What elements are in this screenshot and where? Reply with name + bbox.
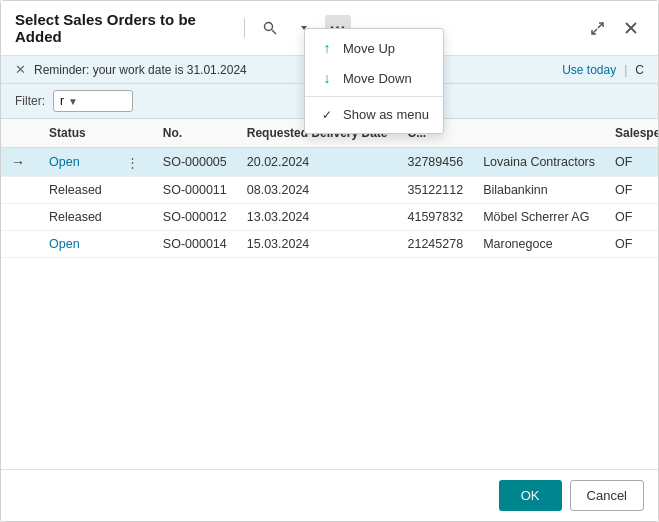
svg-point-0 [265,23,273,31]
table-row: Released SO-000012 13.03.2024 41597832 M… [1,204,658,231]
filter-chevron-icon: ▼ [68,96,78,107]
dialog: Select Sales Orders to be Added ··· ↑ Mo… [0,0,659,522]
status-text: Released [49,210,102,224]
cell-dots [112,231,153,258]
cell-arrow [1,177,39,204]
cell-name: Maronegoce [473,231,605,258]
cell-dots [112,177,153,204]
cell-name: Lovaina Contractors [473,148,605,177]
dialog-title: Select Sales Orders to be Added [15,11,232,45]
cell-no: SO-000012 [153,204,237,231]
check-icon: ✓ [319,108,335,122]
cell-dots [112,204,153,231]
filter-value: r [60,94,64,108]
col-status-header: Status [39,119,112,148]
move-up-item[interactable]: ↑ Move Up [305,33,443,63]
filter-dropdown[interactable]: r ▼ [53,90,133,112]
cell-name: Möbel Scherrer AG [473,204,605,231]
cell-customer-no: 35122112 [398,177,474,204]
cell-date: 08.03.2024 [237,177,398,204]
move-down-item[interactable]: ↓ Move Down [305,63,443,93]
table-area: Status No. Requested Delivery Date C... … [1,119,658,469]
cell-status: Released [39,177,112,204]
ok-button[interactable]: OK [499,480,562,511]
table-row: Released SO-000011 08.03.2024 35122112 B… [1,177,658,204]
use-today-link[interactable]: Use today [562,63,616,77]
cell-status: Open [39,148,112,177]
status-text: Released [49,183,102,197]
status-link[interactable]: Open [49,155,80,169]
cell-no: SO-000005 [153,148,237,177]
cell-arrow [1,231,39,258]
cell-status: Open [39,231,112,258]
cell-salesperson: OF [605,148,658,177]
cell-name: Bilabankinn [473,177,605,204]
search-button[interactable] [257,15,283,41]
svg-line-1 [272,30,276,34]
cell-date: 15.03.2024 [237,231,398,258]
cell-salesperson: OF [605,231,658,258]
cell-status: Released [39,204,112,231]
table-row: Open SO-000014 15.03.2024 21245278 Maron… [1,231,658,258]
cell-salesperson: OF [605,204,658,231]
col-arrow [1,119,39,148]
close-button[interactable] [618,15,644,41]
show-as-menu-item[interactable]: ✓ Show as menu [305,100,443,129]
expand-button[interactable] [584,15,610,41]
col-salesperson-header: Salesperson Code [605,119,658,148]
orders-table: Status No. Requested Delivery Date C... … [1,119,658,258]
cell-customer-no: 21245278 [398,231,474,258]
reminder-extra: C [635,63,644,77]
cell-no: SO-000014 [153,231,237,258]
dialog-footer: OK Cancel [1,469,658,521]
reminder-divider: | [624,63,627,77]
header-divider [244,18,245,38]
cell-date: 13.03.2024 [237,204,398,231]
cell-salesperson: OF [605,177,658,204]
cell-customer-no: 41597832 [398,204,474,231]
col-dots-header [112,119,153,148]
table-body: → Open ⋮ SO-000005 20.02.2024 32789456 L… [1,148,658,258]
dropdown-menu: ↑ Move Up ↓ Move Down ✓ Show as menu [304,28,444,134]
cell-no: SO-000011 [153,177,237,204]
cancel-button[interactable]: Cancel [570,480,644,511]
col-no-header: No. [153,119,237,148]
cell-arrow [1,204,39,231]
filter-label: Filter: [15,94,45,108]
cell-dots: ⋮ [112,148,153,177]
move-down-icon: ↓ [319,70,335,86]
cell-customer-no: 32789456 [398,148,474,177]
move-up-icon: ↑ [319,40,335,56]
row-arrow-icon: → [11,154,29,170]
status-link[interactable]: Open [49,237,80,251]
reminder-text: Reminder: your work date is 31.01.2024 [34,63,554,77]
reminder-close-button[interactable]: ✕ [15,62,26,77]
dialog-header: Select Sales Orders to be Added ··· ↑ Mo… [1,1,658,56]
table-row: → Open ⋮ SO-000005 20.02.2024 32789456 L… [1,148,658,177]
cell-date: 20.02.2024 [237,148,398,177]
row-menu-dots[interactable]: ⋮ [122,156,143,170]
col-name-header [473,119,605,148]
cell-arrow: → [1,148,39,177]
dropdown-divider [305,96,443,97]
